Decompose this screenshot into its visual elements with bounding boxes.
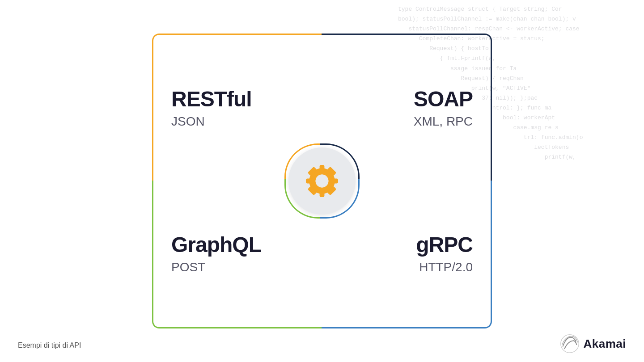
svg-point-11 <box>316 175 329 188</box>
graphql-title: GraphQL <box>171 233 305 257</box>
grpc-subtitle: HTTP/2.0 <box>419 260 473 274</box>
akamai-logo-text: Akamai <box>584 337 627 351</box>
gear-icon-proper <box>302 161 342 201</box>
svg-rect-4 <box>320 188 325 197</box>
restful-title: RESTful <box>171 88 305 111</box>
api-diagram: RESTful JSON SOAP XML, RPC GraphQL POST … <box>152 34 492 328</box>
graphql-subtitle: POST <box>171 260 305 274</box>
svg-rect-3 <box>320 165 325 174</box>
main-content: RESTful JSON SOAP XML, RPC GraphQL POST … <box>0 0 644 362</box>
caption-text: Esempi di tipi di API <box>18 341 81 349</box>
soap-subtitle: XML, RPC <box>414 114 473 129</box>
grpc-title: gRPC <box>416 233 473 257</box>
restful-subtitle: JSON <box>171 114 305 129</box>
akamai-logo-mark <box>559 333 580 354</box>
svg-rect-6 <box>329 179 338 184</box>
center-circle <box>288 147 356 215</box>
svg-rect-5 <box>306 179 315 184</box>
akamai-logo: Akamai <box>559 333 627 354</box>
soap-title: SOAP <box>414 88 473 111</box>
footer-caption: Esempi di tipi di API <box>18 341 81 349</box>
